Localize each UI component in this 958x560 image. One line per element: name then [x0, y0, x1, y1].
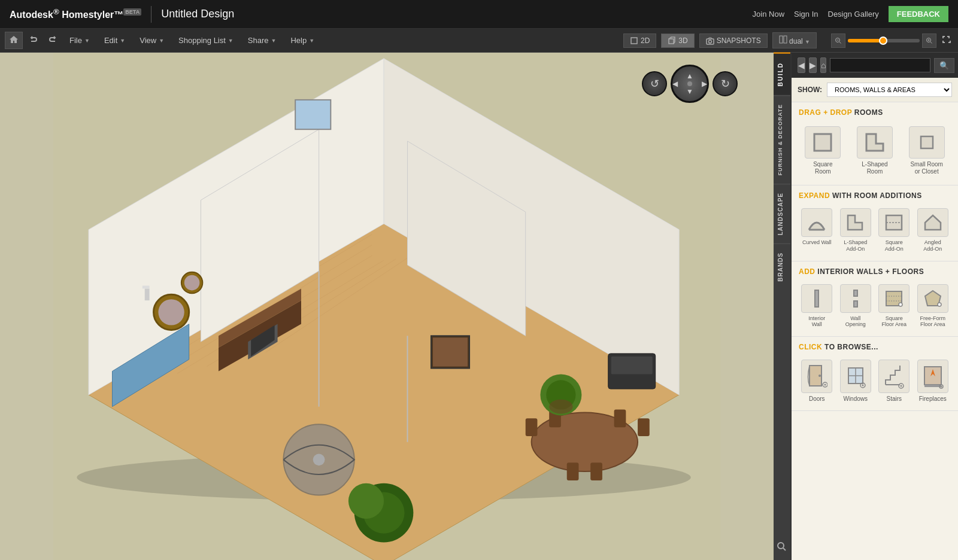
svg-rect-6	[784, 36, 787, 43]
square-floor-item[interactable]: SquareFloor Area	[876, 282, 912, 331]
undo-button[interactable]	[25, 32, 42, 49]
interior-suffix: INTERIOR WALLS + FLOORS	[817, 267, 924, 276]
fullscreen-button[interactable]	[939, 32, 953, 49]
zoom-controls	[831, 32, 953, 49]
panel-back-button[interactable]: ◀	[798, 57, 805, 73]
fireplaces-item[interactable]: Fireplaces	[915, 357, 951, 404]
help-menu-arrow: ▼	[309, 38, 314, 44]
rotate-right-button[interactable]: ↻	[713, 71, 738, 96]
zoom-fill	[848, 39, 880, 42]
svg-rect-1	[669, 39, 674, 44]
edit-menu[interactable]: Edit ▼	[98, 32, 131, 48]
svg-rect-93	[924, 385, 941, 387]
wall-opening-item[interactable]: WallOpening	[838, 282, 874, 331]
curved-wall-icon	[801, 208, 832, 237]
windows-icon	[840, 360, 871, 393]
landscape-tab[interactable]: LANDSCAPE	[774, 184, 790, 244]
square-room-item[interactable]: SquareRoom	[799, 123, 847, 179]
curved-wall-item[interactable]: Curved Wall	[799, 206, 835, 255]
wall-opening-icon	[840, 284, 871, 313]
design-gallery-link[interactable]: Design Gallery	[828, 10, 879, 19]
panel-search-button[interactable]: 🔍	[934, 58, 954, 73]
3d-view-button[interactable]: 3D	[661, 34, 694, 48]
pan-center-dot	[687, 81, 692, 86]
pan-control[interactable]: ▲ ◀ ▶ ▼	[671, 65, 709, 103]
l-shaped-addon-item[interactable]: L-ShapedAdd-On	[838, 206, 874, 255]
square-addon-item[interactable]: SquareAdd-On	[876, 206, 912, 255]
svg-point-87	[862, 385, 863, 386]
share-menu-arrow: ▼	[271, 38, 276, 44]
pan-left-arrow[interactable]: ◀	[672, 80, 678, 88]
side-tabs-container: BUILD FURNISH & DECORATE LANDSCAPE BRAND…	[774, 53, 958, 560]
pan-up-arrow[interactable]: ▲	[686, 72, 693, 80]
viewport[interactable]: ↺ ▲ ◀ ▶ ▼ ↻	[0, 53, 774, 560]
svg-line-61	[783, 548, 786, 550]
floorplan	[0, 53, 774, 560]
interior-walls-section: ADD INTERIOR WALLS + FLOORS InteriorWall	[792, 261, 958, 337]
svg-marker-69	[925, 215, 941, 230]
stairs-item[interactable]: Stairs	[876, 357, 912, 404]
doors-icon	[801, 360, 832, 393]
svg-marker-66	[848, 215, 862, 230]
share-menu[interactable]: Share ▼	[242, 32, 283, 48]
svg-rect-71	[854, 290, 857, 296]
panel-search-icon[interactable]	[774, 536, 790, 560]
panel-home-button[interactable]: ⌂	[820, 57, 826, 73]
click-highlight: CLICK	[799, 343, 822, 351]
zoom-in-button[interactable]	[922, 34, 936, 48]
zoom-slider[interactable]	[848, 39, 920, 42]
show-row: SHOW: ROOMS, WALLS & AREAS FLOORS ONLY W…	[792, 78, 958, 102]
svg-point-60	[778, 543, 784, 549]
pan-right-arrow[interactable]: ▶	[702, 80, 707, 88]
browse-section: CLICK TO BROWSE...	[792, 337, 958, 411]
join-now-link[interactable]: Join Now	[753, 10, 784, 19]
sign-in-link[interactable]: Sign In	[794, 10, 818, 19]
svg-rect-5	[780, 36, 783, 43]
show-dropdown[interactable]: ROOMS, WALLS & AREAS FLOORS ONLY WALLS O…	[827, 83, 952, 97]
rotate-left-button[interactable]: ↺	[642, 71, 667, 96]
shopping-list-arrow: ▼	[228, 38, 234, 44]
snapshots-button[interactable]: SNAPSHOTS	[699, 34, 768, 48]
small-room-item[interactable]: Small Roomor Closet	[902, 123, 951, 179]
home-button[interactable]	[5, 32, 23, 49]
svg-point-51	[184, 275, 200, 291]
shopping-list-menu[interactable]: Shopping List ▼	[172, 32, 240, 48]
svg-rect-62	[814, 134, 831, 151]
svg-rect-52	[145, 288, 150, 300]
show-label: SHOW:	[798, 86, 822, 94]
interior-wall-item[interactable]: InteriorWall	[799, 282, 835, 331]
view-menu[interactable]: View ▼	[134, 32, 170, 48]
square-room-icon	[805, 126, 841, 159]
help-menu[interactable]: Help ▼	[284, 32, 320, 48]
panel-search-input[interactable]	[830, 58, 930, 72]
browse-title: CLICK TO BROWSE...	[799, 343, 951, 351]
home-icon	[9, 35, 19, 44]
freeform-floor-item[interactable]: Free-FormFloor Area	[915, 282, 951, 331]
svg-point-44	[549, 400, 572, 414]
pan-down-arrow[interactable]: ▼	[686, 88, 693, 95]
doors-item[interactable]: Doors	[799, 357, 835, 404]
feedback-button[interactable]: FEEDBACK	[889, 6, 948, 22]
freeform-floor-icon	[917, 284, 948, 313]
2d-view-button[interactable]: 2D	[623, 34, 656, 48]
zoom-thumb[interactable]	[879, 36, 887, 45]
svg-line-9	[839, 42, 841, 44]
zoom-out-button[interactable]	[831, 34, 845, 48]
redo-button[interactable]	[44, 32, 61, 49]
drag-drop-rooms-section: DRAG + DROP ROOMS SquareRoom	[792, 102, 958, 185]
svg-rect-34	[526, 418, 538, 436]
angled-addon-item[interactable]: AngledAdd-On	[915, 206, 951, 255]
furnish-decorate-tab[interactable]: FURNISH & DECORATE	[774, 95, 790, 184]
drag-drop-title: DRAG + DROP ROOMS	[799, 108, 951, 117]
right-panel: ◀ ▶ ⌂ 🔍 SHOW: ROOMS, WALLS & AREAS FLOOR…	[790, 53, 958, 560]
l-shaped-room-item[interactable]: L-ShapedRoom	[851, 123, 899, 179]
add-highlight: ADD	[799, 267, 815, 276]
brands-tab[interactable]: BRANDS	[774, 244, 790, 290]
dual-view-button[interactable]: dual ▼	[772, 32, 817, 48]
svg-point-82	[824, 384, 826, 386]
svg-marker-53	[143, 285, 150, 288]
file-menu[interactable]: File ▼	[63, 32, 96, 48]
panel-forward-button[interactable]: ▶	[809, 57, 817, 73]
build-tab[interactable]: BUILD	[774, 53, 790, 95]
windows-item[interactable]: Windows	[838, 357, 874, 404]
